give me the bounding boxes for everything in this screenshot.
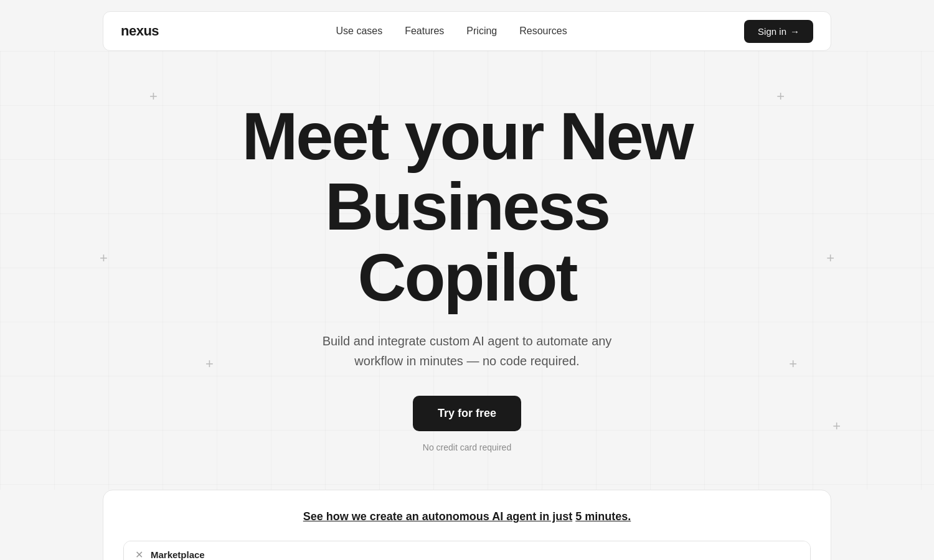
preview-label: See how we create an autonomous AI agent… bbox=[123, 510, 811, 523]
nav-link-resources[interactable]: Resources bbox=[519, 26, 567, 37]
window-close-x[interactable]: ✕ bbox=[135, 549, 143, 560]
nav-link-pricing[interactable]: Pricing bbox=[466, 26, 497, 37]
nav-link-use-cases[interactable]: Use cases bbox=[336, 26, 382, 37]
hero-subtext: Build and integrate custom AI agent to a… bbox=[12, 331, 922, 371]
window-title: Marketplace bbox=[151, 549, 205, 560]
nav-links: Use cases Features Pricing Resources bbox=[336, 26, 567, 37]
preview-section: See how we create an autonomous AI agent… bbox=[103, 490, 831, 560]
hero-heading: Meet your New Business Copilot bbox=[12, 101, 922, 312]
try-for-free-button[interactable]: Try for free bbox=[413, 396, 521, 431]
nav-link-features[interactable]: Features bbox=[405, 26, 444, 37]
app-window: ✕ Marketplace bbox=[123, 541, 811, 560]
app-titlebar: ✕ Marketplace bbox=[124, 541, 810, 560]
hero-content: Meet your New Business Copilot Build and… bbox=[12, 101, 922, 452]
hero-section: + + + + + + + Meet your New Business Cop… bbox=[0, 51, 934, 490]
no-credit-text: No credit card required bbox=[12, 442, 922, 452]
navbar: nexus Use cases Features Pricing Resourc… bbox=[103, 11, 831, 51]
cta-container: Try for free No credit card required bbox=[12, 396, 922, 452]
preview-link[interactable]: 5 minutes. bbox=[575, 510, 631, 523]
nav-logo: nexus bbox=[121, 23, 159, 39]
signin-button[interactable]: Sign in → bbox=[744, 20, 813, 43]
